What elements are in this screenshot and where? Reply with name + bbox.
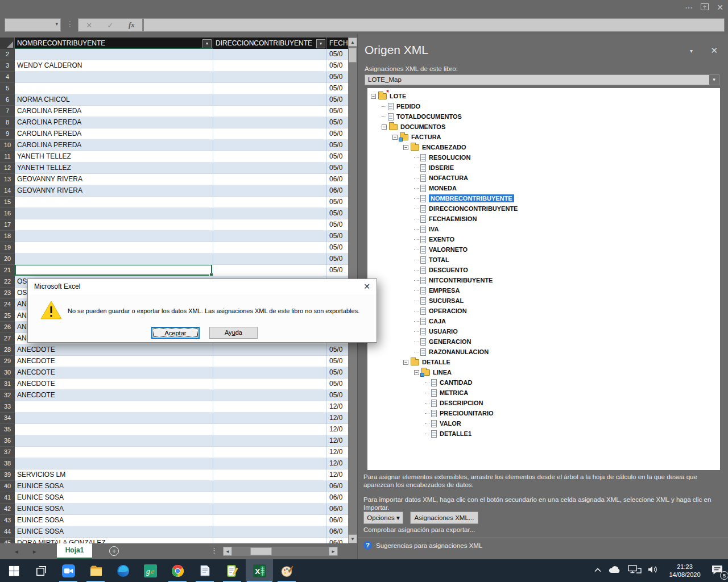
tree-item-detalle[interactable]: −DETALLE bbox=[367, 357, 720, 367]
tree-item-lote[interactable]: −*LOTE bbox=[367, 91, 720, 101]
collapse-icon[interactable]: − bbox=[371, 94, 376, 99]
cell-fecha[interactable]: 05/0 bbox=[327, 83, 348, 94]
file-explorer-taskbar-icon[interactable] bbox=[82, 559, 109, 582]
cell-nombre[interactable]: EUNICE SOSA bbox=[15, 504, 213, 515]
row-header[interactable]: 5 bbox=[0, 83, 15, 94]
cell-fecha[interactable]: 12/0 bbox=[327, 424, 348, 435]
cell-direccion[interactable] bbox=[213, 458, 327, 469]
cell-nombre[interactable] bbox=[15, 265, 213, 276]
row-header[interactable]: 44 bbox=[0, 526, 15, 538]
tree-item-exento[interactable]: EXENTO bbox=[367, 234, 720, 244]
row-header[interactable]: 10 bbox=[0, 140, 15, 151]
start-button-icon[interactable] bbox=[0, 559, 27, 582]
row-header[interactable]: 4 bbox=[0, 72, 15, 83]
cell-fecha[interactable]: 05/0 bbox=[327, 265, 348, 276]
row-header[interactable]: 6 bbox=[0, 94, 15, 106]
cell-direccion[interactable] bbox=[213, 185, 327, 197]
horizontal-scroll-thumb[interactable] bbox=[250, 547, 272, 555]
cell-direccion[interactable] bbox=[213, 367, 327, 379]
name-box-dropdown-icon[interactable]: ▾ bbox=[55, 21, 58, 27]
column-header-fecha[interactable]: FECH bbox=[327, 38, 348, 49]
cell-direccion[interactable] bbox=[213, 72, 327, 83]
collapse-icon[interactable]: − bbox=[403, 360, 408, 365]
filter-dropdown-icon[interactable]: ▾ bbox=[202, 39, 212, 48]
cell-nombre[interactable]: ANECDOTE bbox=[15, 344, 213, 356]
cell-direccion[interactable] bbox=[213, 253, 327, 265]
row-header[interactable]: 26 bbox=[0, 322, 15, 333]
cell-nombre[interactable]: DORA MIRTALA GONZALEZ bbox=[15, 538, 213, 543]
ribbon-display-options-icon[interactable] bbox=[701, 2, 709, 13]
cell-nombre[interactable]: ANECDOTE bbox=[15, 356, 213, 367]
tree-item-razonanulacion[interactable]: RAZONANULACION bbox=[367, 347, 720, 357]
enter-icon[interactable]: ✓ bbox=[107, 21, 114, 30]
network-icon[interactable] bbox=[628, 564, 642, 577]
cell-direccion[interactable] bbox=[213, 208, 327, 219]
tree-item-resolucion[interactable]: RESOLUCION bbox=[367, 152, 720, 163]
row-header[interactable]: 31 bbox=[0, 379, 15, 390]
row-header[interactable]: 24 bbox=[0, 299, 15, 310]
tab-scroll-left-icon[interactable]: ◄ bbox=[14, 548, 19, 555]
row-header[interactable]: 33 bbox=[0, 401, 15, 413]
tree-item-total[interactable]: TOTAL bbox=[367, 255, 720, 265]
scroll-right-icon[interactable]: ► bbox=[329, 547, 338, 556]
tray-chevron-icon[interactable] bbox=[594, 566, 602, 576]
cell-direccion[interactable] bbox=[213, 344, 327, 356]
cell-direccion[interactable] bbox=[213, 469, 327, 481]
row-header[interactable]: 39 bbox=[0, 469, 15, 481]
notepad-plus-plus-taskbar-icon[interactable] bbox=[218, 559, 246, 582]
cell-fecha[interactable]: 05/0 bbox=[327, 49, 348, 60]
cell-direccion[interactable] bbox=[213, 447, 327, 458]
cell-nombre[interactable] bbox=[15, 424, 213, 435]
cell-fecha[interactable]: 05/0 bbox=[327, 242, 348, 253]
verify-map-link[interactable]: Comprobar asignación para exportar... bbox=[363, 526, 475, 533]
row-header[interactable]: 22 bbox=[0, 276, 15, 288]
excel-taskbar-icon[interactable]: X bbox=[246, 559, 273, 582]
cell-nombre[interactable]: EUNICE SOSA bbox=[15, 515, 213, 526]
collapse-icon[interactable]: − bbox=[382, 124, 387, 130]
map-select[interactable]: LOTE_Map ▾ bbox=[365, 74, 719, 85]
cell-nombre[interactable] bbox=[15, 447, 213, 458]
cell-fecha[interactable]: 05/0 bbox=[327, 367, 348, 379]
tree-item-direccioncontribuyente[interactable]: DIRECCIONCONTRIBUYENTE bbox=[367, 203, 720, 214]
cell-fecha[interactable]: 12/0 bbox=[327, 458, 348, 469]
cell-fecha[interactable]: 05/0 bbox=[327, 197, 348, 208]
filter-dropdown-icon[interactable]: ▾ bbox=[316, 39, 325, 48]
cell-fecha[interactable]: 05/0 bbox=[327, 379, 348, 390]
tree-item-sucursal[interactable]: SUCURSAL bbox=[367, 296, 720, 306]
onedrive-cloud-icon[interactable] bbox=[607, 565, 622, 576]
row-header[interactable]: 15 bbox=[0, 197, 15, 208]
row-header[interactable]: 8 bbox=[0, 117, 15, 128]
cell-fecha[interactable]: 06/0 bbox=[327, 526, 348, 538]
row-header[interactable]: 25 bbox=[0, 310, 15, 322]
tree-item-caja[interactable]: CAJA bbox=[367, 316, 720, 326]
cell-fecha[interactable]: 05/0 bbox=[327, 356, 348, 367]
row-header[interactable]: 7 bbox=[0, 106, 15, 117]
dialog-close-icon[interactable]: ✕ bbox=[363, 282, 370, 291]
name-box[interactable]: ▾ bbox=[5, 18, 61, 32]
row-header[interactable]: 34 bbox=[0, 413, 15, 424]
tree-item-operacion[interactable]: OPERACION bbox=[367, 306, 720, 316]
row-header[interactable]: 45 bbox=[0, 538, 15, 543]
cell-direccion[interactable] bbox=[213, 174, 327, 185]
accept-button[interactable]: Aceptar bbox=[151, 327, 200, 339]
tree-item-moneda[interactable]: MONEDA bbox=[367, 183, 720, 193]
row-header[interactable]: 13 bbox=[0, 174, 15, 185]
row-header[interactable]: 35 bbox=[0, 424, 15, 435]
tree-item-factura[interactable]: −FACTURA bbox=[367, 132, 720, 142]
cell-nombre[interactable] bbox=[15, 242, 213, 253]
tree-item-generacion[interactable]: GENERACION bbox=[367, 336, 720, 347]
cell-fecha[interactable]: 05/0 bbox=[327, 128, 348, 140]
cell-nombre[interactable]: GEOVANNY RIVERA bbox=[15, 185, 213, 197]
cell-nombre[interactable] bbox=[15, 401, 213, 413]
cell-direccion[interactable] bbox=[213, 515, 327, 526]
cell-nombre[interactable]: EUNICE SOSA bbox=[15, 526, 213, 538]
panel-menu-icon[interactable]: ▾ bbox=[690, 48, 693, 54]
cell-direccion[interactable] bbox=[213, 492, 327, 504]
scroll-down-icon[interactable]: ▼ bbox=[348, 534, 357, 543]
cell-direccion[interactable] bbox=[213, 435, 327, 447]
tree-item-encabezado[interactable]: −ENCABEZADO bbox=[367, 142, 720, 152]
cell-nombre[interactable] bbox=[15, 72, 213, 83]
cell-nombre[interactable] bbox=[15, 49, 213, 60]
map-select-dropdown-icon[interactable]: ▾ bbox=[709, 75, 719, 85]
tree-item-metrica[interactable]: METRICA bbox=[367, 388, 720, 398]
